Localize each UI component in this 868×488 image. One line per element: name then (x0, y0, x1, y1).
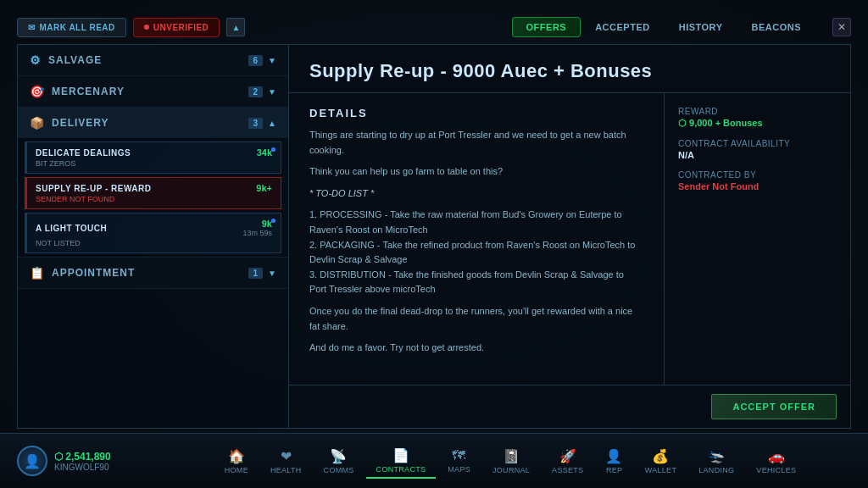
contract-timer: 13m 59s (242, 229, 272, 237)
contract-item-light-touch[interactable]: A Light Touch 9k 13m 59s Not Listed (25, 213, 281, 253)
rep-icon: 👤 (605, 448, 622, 464)
mercenary-icon: 🎯 (30, 85, 45, 98)
nav-wallet[interactable]: 💰 Wallet (635, 445, 687, 478)
reward-label: Reward (678, 107, 837, 116)
salvage-expand-icon: ▼ (268, 56, 276, 65)
nav-assets[interactable]: 🚀 Assets (542, 445, 593, 478)
contract-new-dot (271, 219, 275, 223)
availability-value: N/A (678, 150, 837, 160)
nav-health-label: Health (270, 466, 302, 474)
nav-landing-label: Landing (698, 466, 734, 474)
home-icon: 🏠 (228, 448, 245, 464)
close-icon: ✕ (837, 21, 846, 33)
delivery-expand-icon: ▲ (268, 119, 276, 128)
nav-vehicles-label: Vehicles (756, 466, 796, 474)
appointment-icon: 📋 (30, 266, 45, 280)
contract-new-dot (271, 147, 275, 152)
avatar-icon: 👤 (24, 453, 41, 469)
accept-offer-label: Accept Offer (732, 402, 815, 412)
nav-rep-label: Rep (606, 466, 622, 474)
nav-contracts-label: Contracts (376, 465, 426, 474)
sidebar-section-mercenary: 🎯 Mercenary 2 ▼ (18, 76, 288, 108)
nav-landing[interactable]: 🛬 Landing (688, 445, 744, 478)
vehicles-icon: 🚗 (768, 448, 785, 464)
appointment-expand-icon: ▼ (268, 269, 276, 278)
user-name: KingWolf90 (54, 463, 111, 472)
mark-all-read-button[interactable]: ✉ Mark All Read (17, 18, 126, 37)
header-left: ✉ Mark All Read Unverified ▲ (17, 18, 245, 37)
nav-wallet-label: Wallet (645, 466, 676, 474)
comms-icon: 📡 (330, 448, 347, 464)
contract-subtitle: Not Listed (36, 239, 272, 247)
close-button[interactable]: ✕ (832, 18, 851, 36)
contract-reward: 9k+ (256, 183, 272, 193)
collapse-button[interactable]: ▲ (226, 18, 245, 36)
nav-comms-label: Comms (324, 466, 354, 474)
nav-maps[interactable]: 🗺 Maps (437, 445, 481, 477)
contract-title: A Light Touch (36, 224, 107, 233)
collapse-icon: ▲ (231, 23, 240, 32)
user-credits: ⬡ 2,541,890 (54, 451, 111, 463)
nav-vehicles[interactable]: 🚗 Vehicles (746, 445, 806, 478)
contract-detail-body: Details Things are starting to dry up at… (289, 93, 850, 385)
contract-subtitle: Sender Not Found (36, 195, 272, 203)
contract-reward: 34k (257, 147, 272, 158)
nav-home-label: Home (225, 466, 248, 474)
tab-history[interactable]: History (665, 17, 737, 37)
unverified-button[interactable]: Unverified (133, 18, 220, 37)
unverified-label: Unverified (153, 23, 209, 32)
appointment-label: Appointment (52, 267, 135, 279)
sidebar-section-appointment-header[interactable]: 📋 Appointment 1 ▼ (18, 258, 288, 288)
nav-items: 🏠 Home ❤ Health 📡 Comms 📄 Contracts 🗺 Ma… (170, 444, 851, 479)
wallet-icon: 💰 (652, 448, 669, 464)
nav-journal-label: Journal (492, 466, 530, 474)
nav-assets-label: Assets (552, 466, 583, 474)
user-avatar: 👤 (17, 446, 47, 476)
contract-detail-header: Supply Re-up - 9000 Auec + Bonuses (289, 45, 850, 93)
content-area: ⚙ Salvage 6 ▼ 🎯 Mercenary (17, 44, 851, 429)
tab-beacons[interactable]: Beacons (737, 17, 815, 37)
mark-all-read-icon: ✉ (28, 23, 36, 32)
delivery-label: Delivery (52, 117, 109, 129)
sidebar: ⚙ Salvage 6 ▼ 🎯 Mercenary (17, 44, 288, 429)
nav-home[interactable]: 🏠 Home (214, 445, 259, 478)
desc-p4: 1. PROCESSING - Take the raw material fr… (309, 208, 643, 297)
taskbar: 👤 ⬡ 2,541,890 KingWolf90 🏠 Home ❤ Health… (0, 433, 868, 488)
contract-item-delicate-dealings[interactable]: Delicate Dealings 34k Bit Zeros (25, 141, 281, 174)
maps-icon: 🗺 (452, 448, 465, 463)
contract-description: Things are starting to dry up at Port Tr… (309, 128, 643, 356)
salvage-icon: ⚙ (30, 53, 42, 67)
health-icon: ❤ (281, 448, 292, 464)
nav-comms[interactable]: 📡 Comms (314, 445, 364, 478)
accept-btn-area: Accept Offer (289, 385, 850, 428)
nav-maps-label: Maps (448, 465, 470, 474)
nav-journal[interactable]: 📓 Journal (482, 445, 540, 478)
delivery-count-badge: 3 (248, 118, 264, 129)
nav-health[interactable]: ❤ Health (260, 445, 312, 478)
contracts-icon: 📄 (392, 447, 409, 463)
nav-contracts[interactable]: 📄 Contracts (366, 444, 437, 479)
desc-p1: Things are starting to dry up at Port Tr… (309, 128, 643, 158)
salvage-count-badge: 6 (248, 55, 264, 66)
contracted-by-row: Contracted By Sender Not Found (678, 170, 837, 191)
sidebar-section-mercenary-header[interactable]: 🎯 Mercenary 2 ▼ (18, 76, 288, 107)
details-label: Details (309, 107, 643, 119)
mark-all-read-label: Mark All Read (40, 23, 115, 32)
tab-accepted[interactable]: Accepted (581, 17, 665, 37)
desc-p3: * TO-DO LIST * (309, 186, 643, 202)
accept-offer-button[interactable]: Accept Offer (711, 394, 837, 419)
contract-item-supply-reup[interactable]: Supply Re-Up - Reward 9k+ Sender Not Fou… (25, 177, 281, 209)
reward-row: Reward ⬡ 9,000 + Bonuses (678, 107, 837, 129)
contracted-by-value: Sender Not Found (678, 181, 837, 191)
sidebar-section-salvage-header[interactable]: ⚙ Salvage 6 ▼ (18, 45, 288, 75)
nav-rep[interactable]: 👤 Rep (595, 445, 632, 478)
delivery-icon: 📦 (30, 116, 45, 130)
reward-value: ⬡ 9,000 + Bonuses (678, 118, 837, 129)
sidebar-section-delivery-header[interactable]: 📦 Delivery 3 ▲ (18, 108, 288, 138)
desc-p2: Think you can help us go farm to table o… (309, 164, 643, 180)
sidebar-section-appointment: 📋 Appointment 1 ▼ (18, 258, 288, 289)
sidebar-section-salvage: ⚙ Salvage 6 ▼ (18, 45, 288, 76)
tab-offers[interactable]: Offers (512, 17, 581, 37)
right-panel: Supply Re-up - 9000 Auec + Bonuses Detai… (288, 44, 851, 429)
contract-title: Supply Re-Up - Reward (36, 184, 151, 193)
